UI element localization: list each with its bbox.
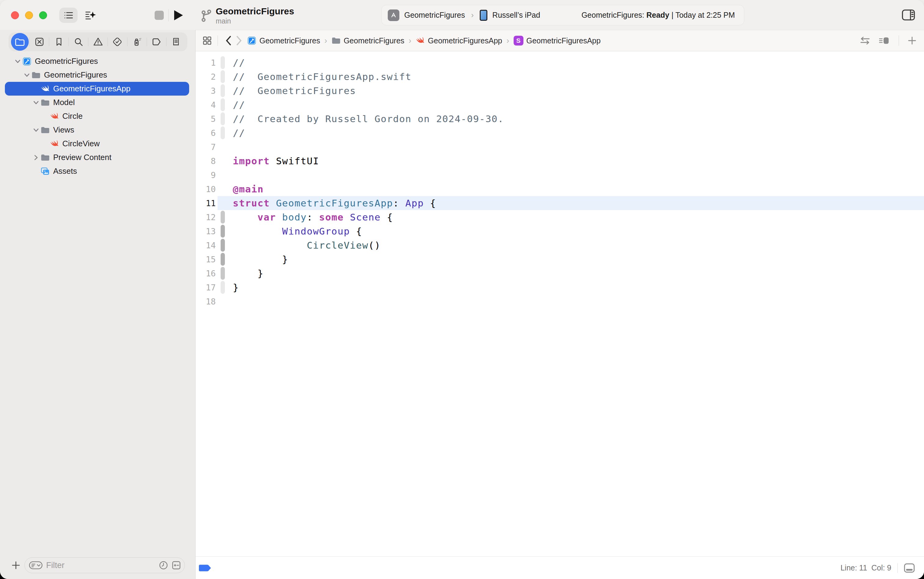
- code-text: //: [233, 128, 245, 138]
- add-file-button[interactable]: [7, 557, 25, 574]
- scheme-destination[interactable]: GeometricFigures › Russell’s iPad: [388, 10, 540, 21]
- code-line-body: }: [218, 280, 924, 294]
- fold-ribbon[interactable]: [221, 225, 225, 237]
- navigator-tab-reports-navigator[interactable]: [167, 33, 185, 51]
- zoom-window-button[interactable]: [39, 11, 47, 19]
- disclosure-chevron-icon[interactable]: [32, 155, 40, 160]
- code-text: // GeometricFigures: [233, 85, 356, 96]
- debug-area-toggle-button[interactable]: [904, 563, 915, 573]
- disclosure-chevron-icon[interactable]: [23, 73, 31, 77]
- close-window-button[interactable]: [11, 11, 19, 19]
- navigator-tab-bookmarks-navigator[interactable]: [50, 33, 68, 51]
- fold-ribbon[interactable]: [221, 98, 225, 111]
- line-number[interactable]: 17: [195, 283, 218, 292]
- fold-ribbon[interactable]: [221, 112, 225, 125]
- code-line-14: 14 CircleView(): [195, 238, 924, 252]
- line-number[interactable]: 12: [195, 213, 218, 222]
- tree-item-label: Assets: [53, 167, 77, 176]
- tree-item-views[interactable]: Views: [5, 123, 189, 137]
- code-editor[interactable]: 1//2// GeometricFiguresApp.swift3// Geom…: [195, 51, 924, 556]
- line-number[interactable]: 13: [195, 227, 218, 236]
- tree-item-circle[interactable]: Circle: [5, 109, 189, 123]
- code-line-body: // GeometricFiguresApp.swift: [218, 70, 924, 84]
- line-number[interactable]: 7: [195, 142, 218, 152]
- tree-item-geometricfiguresapp[interactable]: GeometricFiguresApp: [5, 82, 189, 96]
- line-number[interactable]: 14: [195, 240, 218, 250]
- fold-ribbon[interactable]: [221, 267, 225, 280]
- related-items-button[interactable]: [202, 34, 213, 47]
- breadcrumb-item-2[interactable]: GeometricFiguresApp: [416, 36, 502, 45]
- filter-field[interactable]: [25, 557, 185, 573]
- fold-ribbon[interactable]: [221, 239, 225, 252]
- filter-menu-icon[interactable]: [29, 561, 43, 569]
- line-number[interactable]: 6: [195, 128, 218, 138]
- line-number[interactable]: 18: [195, 297, 218, 306]
- fold-ribbon[interactable]: [221, 70, 225, 83]
- fold-ribbon[interactable]: [221, 211, 225, 224]
- disclosure-chevron-icon[interactable]: [13, 60, 22, 63]
- tree-item-preview-content[interactable]: Preview Content: [5, 150, 189, 164]
- fold-ribbon[interactable]: [221, 281, 225, 294]
- line-number[interactable]: 16: [195, 269, 218, 278]
- navigator-tab-breakpoints-navigator[interactable]: [147, 33, 165, 51]
- minimize-window-button[interactable]: [25, 11, 33, 19]
- stop-button[interactable]: [154, 10, 165, 21]
- line-number[interactable]: 9: [195, 170, 218, 180]
- tree-item-model[interactable]: Model: [5, 96, 189, 109]
- line-number[interactable]: 15: [195, 255, 218, 264]
- editor-options-button[interactable]: [878, 36, 890, 45]
- tab-divider: [127, 38, 128, 46]
- fold-ribbon[interactable]: [221, 126, 225, 139]
- line-number[interactable]: 8: [195, 156, 218, 166]
- disclosure-chevron-icon[interactable]: [32, 101, 40, 105]
- navigator-tab-find-navigator[interactable]: [70, 33, 87, 51]
- forward-button[interactable]: [234, 34, 245, 47]
- fold-ribbon[interactable]: [221, 168, 225, 182]
- add-editor-button[interactable]: [908, 36, 917, 45]
- fold-ribbon[interactable]: [221, 141, 225, 153]
- line-number[interactable]: 4: [195, 100, 218, 110]
- navigator-tab-issues-navigator[interactable]: [89, 33, 107, 51]
- activity-view[interactable]: GeometricFigures › Russell’s iPad Geomet…: [381, 5, 744, 25]
- navigator-tab-debug-navigator[interactable]: [128, 33, 146, 51]
- fold-ribbon[interactable]: [221, 253, 225, 266]
- code-line-body: var body: some Scene {: [218, 210, 924, 224]
- line-number[interactable]: 11: [195, 198, 218, 208]
- tree-item-geometricfigures[interactable]: GeometricFigures: [5, 54, 189, 68]
- navigator-toggle-button[interactable]: [59, 8, 78, 23]
- disclosure-chevron-icon[interactable]: [32, 128, 40, 132]
- navigator-tab-tests-navigator[interactable]: [108, 33, 126, 51]
- line-number[interactable]: 1: [195, 58, 218, 67]
- fold-ribbon[interactable]: [221, 155, 225, 167]
- inspector-toggle-button[interactable]: [901, 8, 916, 22]
- ai-assistant-button[interactable]: [82, 8, 99, 23]
- fold-ribbon[interactable]: [221, 183, 225, 195]
- code-line-10: 10@main: [195, 182, 924, 196]
- line-number[interactable]: 5: [195, 114, 218, 124]
- breadcrumb-item-0[interactable]: GeometricFigures: [247, 36, 320, 45]
- breakpoints-toggle-button[interactable]: [198, 564, 212, 572]
- fold-ribbon[interactable]: [221, 197, 225, 209]
- code-text: }: [233, 282, 239, 293]
- back-button[interactable]: [223, 34, 234, 47]
- breadcrumb-item-1[interactable]: GeometricFigures: [331, 36, 405, 45]
- run-button[interactable]: [172, 8, 185, 22]
- tree-item-assets[interactable]: Assets: [5, 164, 189, 178]
- tree-item-geometricfigures[interactable]: GeometricFigures: [5, 68, 189, 82]
- tree-item-circleview[interactable]: CircleView: [5, 137, 189, 150]
- line-number[interactable]: 3: [195, 86, 218, 96]
- code-text: // Created by Russell Gordon on 2024-09-…: [233, 113, 504, 124]
- navigator-tab-project-navigator[interactable]: [11, 33, 29, 51]
- fold-ribbon[interactable]: [221, 295, 225, 308]
- breadcrumb-item-3[interactable]: SGeometricFiguresApp: [514, 36, 601, 46]
- line-number[interactable]: 10: [195, 185, 218, 194]
- editor-swap-button[interactable]: [860, 36, 870, 45]
- fold-ribbon[interactable]: [221, 84, 225, 97]
- fold-ribbon[interactable]: [221, 56, 225, 69]
- recent-files-clock-icon[interactable]: [159, 561, 168, 570]
- xcode-project-icon: [247, 36, 256, 45]
- source-control-status-filter-icon[interactable]: [172, 561, 181, 570]
- filter-input[interactable]: [46, 561, 159, 570]
- line-number[interactable]: 2: [195, 72, 218, 82]
- navigator-tab-changes-navigator[interactable]: [31, 33, 48, 51]
